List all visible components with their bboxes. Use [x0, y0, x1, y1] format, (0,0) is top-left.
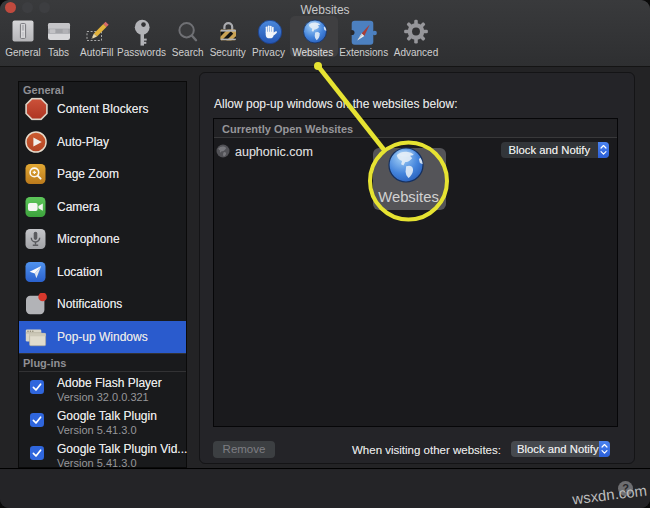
svg-text:Websites: Websites: [378, 189, 439, 205]
